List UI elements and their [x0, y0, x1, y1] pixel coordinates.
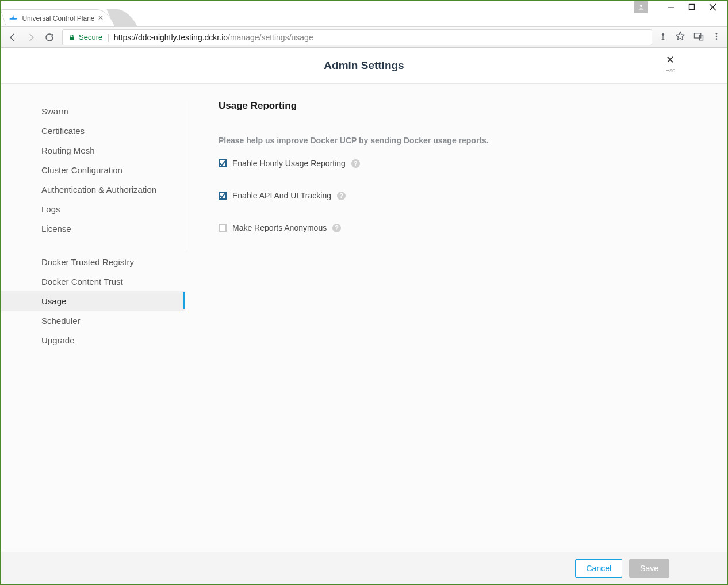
- sidebar-item-dtr[interactable]: Docker Trusted Registry: [1, 252, 185, 272]
- browser-tab[interactable]: Universal Control Plane ✕: [0, 9, 115, 26]
- svg-point-0: [640, 5, 642, 7]
- sidebar-item-content-trust[interactable]: Docker Content Trust: [1, 272, 185, 291]
- checkbox-api-ui-tracking[interactable]: [219, 192, 227, 200]
- window-minimize-icon[interactable]: [668, 3, 675, 10]
- bookmark-star-icon[interactable]: [675, 31, 685, 44]
- close-modal-button[interactable]: ✕ Esc: [665, 55, 675, 74]
- window-close-icon[interactable]: [709, 3, 716, 11]
- save-button[interactable]: Save: [629, 559, 669, 578]
- option-api-ui-tracking: Enable API And UI Tracking ?: [219, 191, 727, 200]
- option-label: Make Reports Anonymous: [232, 223, 327, 232]
- addressbar-divider: |: [107, 33, 109, 42]
- sidebar-item-label: Docker Content Trust: [41, 277, 123, 286]
- sidebar-item-label: Routing Mesh: [41, 146, 95, 155]
- toolbar-right-icons: [659, 31, 721, 44]
- checkbox-anonymous[interactable]: [219, 224, 227, 232]
- section-heading: Usage Reporting: [219, 100, 727, 112]
- sidebar-item-label: Docker Trusted Registry: [41, 257, 134, 267]
- reload-icon[interactable]: [44, 32, 55, 43]
- sidebar-item-logs[interactable]: Logs: [1, 199, 185, 219]
- tab-close-icon[interactable]: ✕: [98, 14, 104, 22]
- page-content: Admin Settings ✕ Esc Swarm Certificates …: [1, 48, 727, 584]
- window-controls: [634, 1, 727, 13]
- settings-panel: Usage Reporting Please help us improve D…: [185, 84, 727, 552]
- url-host: ddc-nightly.testing.dckr.io: [138, 33, 228, 42]
- sidebar-item-usage[interactable]: Usage: [1, 291, 185, 311]
- window-maximize-icon[interactable]: [688, 3, 695, 10]
- option-hourly-reporting: Enable Hourly Usage Reporting ?: [219, 159, 727, 168]
- sidebar-item-label: Scheduler: [41, 316, 81, 326]
- settings-sidebar: Swarm Certificates Routing Mesh Cluster …: [1, 84, 185, 552]
- chrome-menu-icon[interactable]: [712, 32, 721, 43]
- svg-point-15: [716, 33, 718, 35]
- profile-icon[interactable]: [634, 1, 648, 13]
- close-hint: Esc: [665, 67, 675, 74]
- page-title: Admin Settings: [324, 59, 404, 72]
- sidebar-item-license[interactable]: License: [1, 219, 185, 238]
- checkbox-hourly-reporting[interactable]: [219, 159, 227, 167]
- modal-header: Admin Settings ✕ Esc: [1, 48, 727, 84]
- sidebar-item-auth[interactable]: Authentication & Authorization: [1, 179, 185, 199]
- sidebar-item-label: Swarm: [41, 106, 68, 116]
- url-protocol: https://: [114, 33, 138, 42]
- secure-label: Secure: [79, 33, 102, 41]
- sidebar-item-label: Upgrade: [41, 335, 75, 345]
- close-icon: ✕: [665, 55, 675, 65]
- sidebar-item-upgrade[interactable]: Upgrade: [1, 330, 185, 350]
- lock-icon: [68, 33, 75, 41]
- sidebar-item-label: Usage: [41, 296, 66, 306]
- help-icon[interactable]: ?: [337, 192, 346, 200]
- browser-tab-strip: Universal Control Plane ✕: [6, 9, 115, 26]
- address-bar[interactable]: Secure | https://ddc-nightly.testing.dck…: [62, 29, 652, 45]
- url-text: https://ddc-nightly.testing.dckr.io/mana…: [114, 33, 313, 42]
- help-icon[interactable]: ?: [351, 159, 360, 168]
- sidebar-item-scheduler[interactable]: Scheduler: [1, 311, 185, 330]
- sidebar-item-label: License: [41, 224, 71, 234]
- svg-rect-1: [668, 7, 674, 8]
- docker-favicon-icon: [9, 14, 17, 22]
- back-icon[interactable]: [7, 32, 18, 43]
- svg-rect-12: [662, 39, 665, 39]
- help-icon[interactable]: ?: [332, 224, 341, 232]
- sidebar-item-label: Certificates: [41, 126, 85, 136]
- url-path: /manage/settings/usage: [228, 33, 313, 42]
- svg-rect-6: [12, 17, 13, 18]
- site-info-icon[interactable]: [659, 32, 667, 43]
- tab-title: Universal Control Plane: [22, 14, 94, 22]
- devices-icon[interactable]: [693, 31, 704, 44]
- cancel-button[interactable]: Cancel: [575, 559, 622, 578]
- sidebar-item-label: Logs: [41, 204, 60, 214]
- sidebar-item-label: Authentication & Authorization: [41, 185, 156, 194]
- sidebar-item-swarm[interactable]: Swarm: [1, 101, 185, 121]
- svg-rect-7: [13, 17, 14, 18]
- svg-point-17: [716, 38, 718, 40]
- svg-point-16: [716, 35, 718, 37]
- option-label: Enable Hourly Usage Reporting: [232, 159, 346, 168]
- svg-rect-14: [700, 35, 703, 40]
- option-anonymous: Make Reports Anonymous ?: [219, 223, 727, 232]
- sidebar-item-certificates[interactable]: Certificates: [1, 121, 185, 140]
- option-label: Enable API And UI Tracking: [232, 191, 331, 200]
- sidebar-item-routing-mesh[interactable]: Routing Mesh: [1, 140, 185, 160]
- browser-toolbar: Secure | https://ddc-nightly.testing.dck…: [1, 26, 727, 48]
- svg-rect-10: [662, 33, 665, 36]
- sidebar-item-label: Cluster Configuration: [41, 165, 122, 175]
- modal-footer: Cancel Save: [1, 552, 727, 584]
- section-helper-text: Please help us improve Docker UCP by sen…: [219, 136, 727, 145]
- modal-body: Swarm Certificates Routing Mesh Cluster …: [1, 84, 727, 552]
- svg-rect-8: [13, 15, 14, 16]
- svg-rect-2: [689, 5, 695, 10]
- sidebar-item-cluster-configuration[interactable]: Cluster Configuration: [1, 160, 185, 179]
- secure-indicator: Secure: [68, 33, 102, 41]
- forward-icon[interactable]: [25, 32, 37, 43]
- svg-rect-9: [70, 37, 74, 40]
